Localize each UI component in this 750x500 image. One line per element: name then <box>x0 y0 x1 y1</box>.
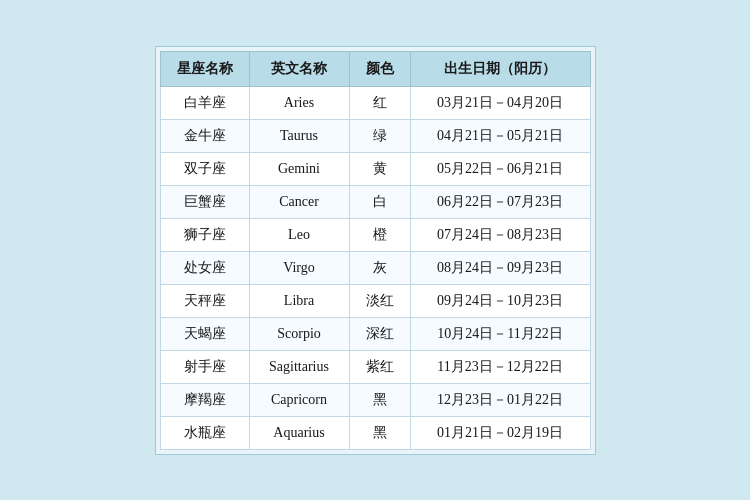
cell-date: 05月22日－06月21日 <box>410 152 590 185</box>
table-header-row: 星座名称 英文名称 颜色 出生日期（阳历） <box>160 51 590 86</box>
cell-color: 黑 <box>349 383 410 416</box>
cell-date: 09月24日－10月23日 <box>410 284 590 317</box>
cell-english: Sagittarius <box>249 350 349 383</box>
table-row: 摩羯座Capricorn黑12月23日－01月22日 <box>160 383 590 416</box>
cell-chinese: 狮子座 <box>160 218 249 251</box>
table-row: 射手座Sagittarius紫红11月23日－12月22日 <box>160 350 590 383</box>
cell-date: 11月23日－12月22日 <box>410 350 590 383</box>
header-color: 颜色 <box>349 51 410 86</box>
cell-date: 01月21日－02月19日 <box>410 416 590 449</box>
table-row: 水瓶座Aquarius黑01月21日－02月19日 <box>160 416 590 449</box>
header-chinese: 星座名称 <box>160 51 249 86</box>
cell-english: Scorpio <box>249 317 349 350</box>
cell-chinese: 处女座 <box>160 251 249 284</box>
cell-date: 07月24日－08月23日 <box>410 218 590 251</box>
table-row: 天秤座Libra淡红09月24日－10月23日 <box>160 284 590 317</box>
cell-date: 03月21日－04月20日 <box>410 86 590 119</box>
header-english: 英文名称 <box>249 51 349 86</box>
cell-chinese: 射手座 <box>160 350 249 383</box>
cell-chinese: 金牛座 <box>160 119 249 152</box>
header-date: 出生日期（阳历） <box>410 51 590 86</box>
cell-color: 灰 <box>349 251 410 284</box>
cell-color: 白 <box>349 185 410 218</box>
zodiac-table: 星座名称 英文名称 颜色 出生日期（阳历） 白羊座Aries红03月21日－04… <box>160 51 591 450</box>
cell-chinese: 摩羯座 <box>160 383 249 416</box>
cell-chinese: 水瓶座 <box>160 416 249 449</box>
cell-chinese: 天蝎座 <box>160 317 249 350</box>
cell-english: Capricorn <box>249 383 349 416</box>
table-row: 双子座Gemini黄05月22日－06月21日 <box>160 152 590 185</box>
cell-color: 红 <box>349 86 410 119</box>
table-row: 巨蟹座Cancer白06月22日－07月23日 <box>160 185 590 218</box>
cell-english: Libra <box>249 284 349 317</box>
table-row: 白羊座Aries红03月21日－04月20日 <box>160 86 590 119</box>
cell-color: 深红 <box>349 317 410 350</box>
cell-color: 绿 <box>349 119 410 152</box>
cell-english: Leo <box>249 218 349 251</box>
table-body: 白羊座Aries红03月21日－04月20日金牛座Taurus绿04月21日－0… <box>160 86 590 449</box>
cell-color: 紫红 <box>349 350 410 383</box>
cell-date: 12月23日－01月22日 <box>410 383 590 416</box>
cell-color: 黄 <box>349 152 410 185</box>
cell-english: Gemini <box>249 152 349 185</box>
zodiac-table-container: 星座名称 英文名称 颜色 出生日期（阳历） 白羊座Aries红03月21日－04… <box>155 46 596 455</box>
cell-color: 淡红 <box>349 284 410 317</box>
cell-english: Aries <box>249 86 349 119</box>
table-row: 天蝎座Scorpio深红10月24日－11月22日 <box>160 317 590 350</box>
cell-chinese: 白羊座 <box>160 86 249 119</box>
table-row: 金牛座Taurus绿04月21日－05月21日 <box>160 119 590 152</box>
cell-date: 04月21日－05月21日 <box>410 119 590 152</box>
cell-english: Virgo <box>249 251 349 284</box>
cell-english: Aquarius <box>249 416 349 449</box>
cell-color: 黑 <box>349 416 410 449</box>
cell-chinese: 巨蟹座 <box>160 185 249 218</box>
cell-english: Cancer <box>249 185 349 218</box>
cell-date: 10月24日－11月22日 <box>410 317 590 350</box>
cell-date: 08月24日－09月23日 <box>410 251 590 284</box>
cell-date: 06月22日－07月23日 <box>410 185 590 218</box>
cell-chinese: 天秤座 <box>160 284 249 317</box>
cell-color: 橙 <box>349 218 410 251</box>
cell-chinese: 双子座 <box>160 152 249 185</box>
table-row: 狮子座Leo橙07月24日－08月23日 <box>160 218 590 251</box>
table-row: 处女座Virgo灰08月24日－09月23日 <box>160 251 590 284</box>
cell-english: Taurus <box>249 119 349 152</box>
